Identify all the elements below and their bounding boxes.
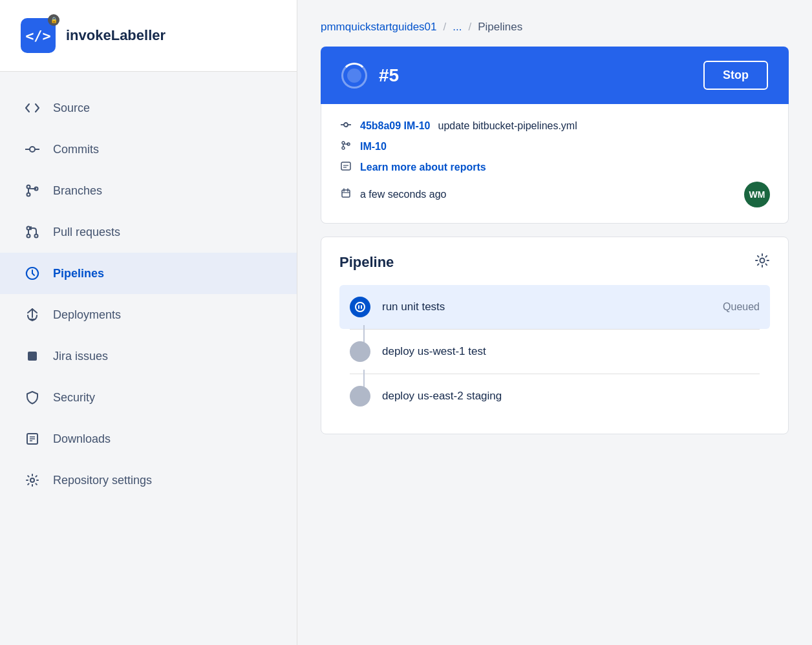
downloads-icon xyxy=(23,430,41,448)
svg-point-9 xyxy=(35,235,38,238)
svg-rect-27 xyxy=(342,190,350,197)
security-icon xyxy=(23,388,41,407)
pull-requests-icon xyxy=(23,223,41,241)
breadcrumb-workspace[interactable]: pmmquickstartguides01 xyxy=(321,21,437,34)
svg-rect-33 xyxy=(358,305,359,309)
svg-rect-34 xyxy=(361,305,362,309)
deployments-label: Deployments xyxy=(53,308,121,322)
avatar: WM xyxy=(744,182,770,207)
svg-point-3 xyxy=(27,185,30,189)
pipelines-label: Pipelines xyxy=(53,267,104,280)
stop-button[interactable]: Stop xyxy=(703,61,768,90)
main-content: pmmquickstartguides01 / ... / Pipelines … xyxy=(297,0,812,645)
commits-label: Commits xyxy=(53,143,99,156)
breadcrumb-ellipsis[interactable]: ... xyxy=(453,21,462,34)
sidebar-header: </> 🔒 invokeLabeller xyxy=(0,0,297,72)
pipelines-icon xyxy=(23,264,41,282)
svg-point-8 xyxy=(27,235,30,238)
svg-point-17 xyxy=(344,123,348,127)
pipeline-section: Pipeline xyxy=(321,237,789,434)
logo-code-icon: </> xyxy=(25,28,51,44)
sidebar-item-commits[interactable]: Commits xyxy=(0,129,297,170)
step-3-name: deploy us-east-2 staging xyxy=(382,390,502,403)
sidebar-item-jira-issues[interactable]: Jira issues xyxy=(0,335,297,377)
time-ago: a few seconds ago xyxy=(360,189,446,200)
pull-requests-label: Pull requests xyxy=(53,226,120,239)
branches-label: Branches xyxy=(53,184,102,198)
svg-point-32 xyxy=(356,302,365,312)
sidebar-item-security[interactable]: Security xyxy=(0,377,297,418)
branch-name[interactable]: IM-10 xyxy=(360,141,387,153)
step-1-icon xyxy=(350,297,370,317)
pipeline-settings-icon[interactable] xyxy=(754,253,770,272)
time-row: a few seconds ago WM xyxy=(339,182,770,207)
svg-point-0 xyxy=(30,147,35,152)
source-label: Source xyxy=(53,101,90,115)
jira-icon xyxy=(23,347,41,365)
step-2-name: deploy us-west-1 test xyxy=(382,345,486,358)
deployments-icon xyxy=(23,306,41,324)
breadcrumb: pmmquickstartguides01 / ... / Pipelines xyxy=(321,21,789,34)
downloads-label: Downloads xyxy=(53,432,111,446)
step-item-2[interactable]: deploy us-west-1 test xyxy=(339,330,770,374)
step-list: run unit tests Queued deploy us-west-1 t… xyxy=(339,285,770,418)
spinner-inner xyxy=(347,69,361,83)
avatar-container: WM xyxy=(744,182,770,207)
sidebar-item-branches[interactable]: Branches xyxy=(0,170,297,211)
svg-rect-24 xyxy=(341,162,350,170)
sidebar-item-repository-settings[interactable]: Repository settings xyxy=(0,460,297,501)
lock-icon: 🔒 xyxy=(48,14,59,26)
sidebar-item-downloads[interactable]: Downloads xyxy=(0,418,297,460)
settings-icon xyxy=(23,471,41,489)
pipeline-number: #5 xyxy=(379,65,399,86)
pipeline-header-left: #5 xyxy=(341,63,399,89)
sidebar-nav: Source Commits xyxy=(0,72,297,645)
branch-row: IM-10 xyxy=(339,140,770,153)
jira-issues-label: Jira issues xyxy=(53,350,108,363)
step-1-status: Queued xyxy=(723,301,760,313)
commit-message: update bitbucket-pipelines.yml xyxy=(438,120,577,132)
pipeline-header: #5 Stop xyxy=(321,47,789,104)
branches-icon xyxy=(23,182,41,200)
app-logo: </> 🔒 xyxy=(21,18,56,53)
security-label: Security xyxy=(53,391,95,405)
breadcrumb-sep1: / xyxy=(443,21,447,34)
commit-icon xyxy=(339,120,352,132)
svg-point-16 xyxy=(30,478,34,482)
pipeline-section-header: Pipeline xyxy=(339,253,770,272)
repository-settings-label: Repository settings xyxy=(53,474,152,487)
time-icon xyxy=(339,188,352,201)
reports-icon xyxy=(339,161,352,174)
learn-more-row: Learn more about reports xyxy=(339,161,770,174)
breadcrumb-current: Pipelines xyxy=(478,21,522,34)
commit-hash[interactable]: 45b8a09 IM-10 xyxy=(360,120,431,132)
step-3-icon xyxy=(350,386,370,407)
pipeline-spinner xyxy=(341,63,367,89)
svg-point-4 xyxy=(27,193,30,196)
app-name: invokeLabeller xyxy=(66,27,166,44)
info-card: 45b8a09 IM-10 update bitbucket-pipelines… xyxy=(321,104,789,224)
sidebar-item-pull-requests[interactable]: Pull requests xyxy=(0,211,297,253)
sidebar-item-source[interactable]: Source xyxy=(0,87,297,129)
commit-row: 45b8a09 IM-10 update bitbucket-pipelines… xyxy=(339,120,770,132)
breadcrumb-sep2: / xyxy=(468,21,471,34)
learn-more-link[interactable]: Learn more about reports xyxy=(360,162,486,173)
step-item-1[interactable]: run unit tests Queued xyxy=(339,285,770,329)
step-2-icon xyxy=(350,341,370,362)
svg-point-21 xyxy=(342,147,345,149)
svg-rect-11 xyxy=(28,352,37,361)
source-icon xyxy=(23,99,41,117)
sidebar-item-deployments[interactable]: Deployments xyxy=(0,294,297,335)
step-item-3[interactable]: deploy us-east-2 staging xyxy=(339,374,770,418)
step-1-name: run unit tests xyxy=(382,301,445,313)
branch-icon xyxy=(339,140,352,153)
svg-point-31 xyxy=(760,259,765,263)
commits-icon xyxy=(23,140,41,158)
sidebar: </> 🔒 invokeLabeller Source xyxy=(0,0,297,645)
pipeline-section-title: Pipeline xyxy=(339,254,394,271)
sidebar-item-pipelines[interactable]: Pipelines xyxy=(0,253,297,294)
